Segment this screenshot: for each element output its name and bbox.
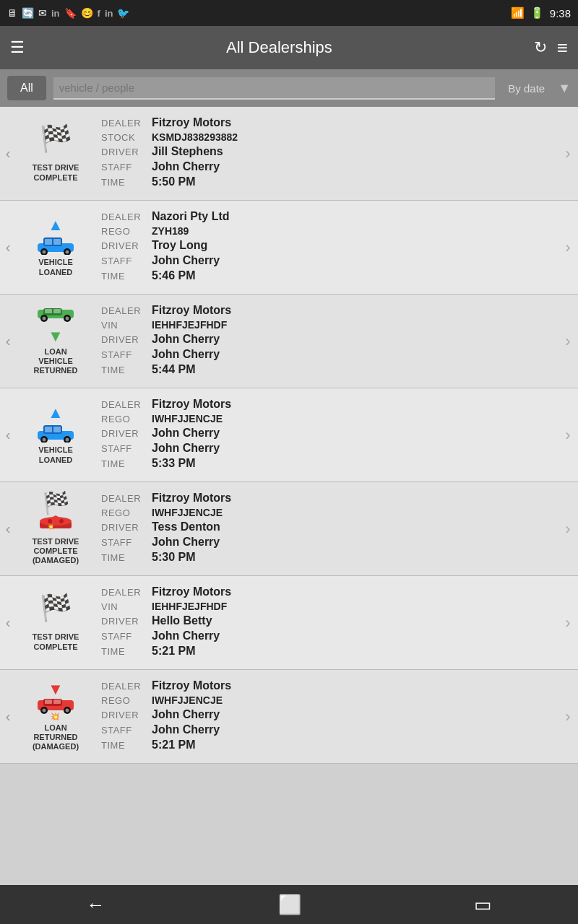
svg-point-3: [43, 250, 46, 254]
time-value: 5:50 PM: [152, 175, 195, 188]
dealer-label: DEALER: [101, 305, 152, 316]
driver-value: Jill Stephens: [152, 145, 223, 158]
driver-row: DRIVER John Cherry: [101, 333, 552, 346]
right-chevron-icon[interactable]: ›: [558, 144, 578, 163]
list-item[interactable]: ‹ ▼ 💥 LOANRETURNED(DAMAGED) DEALER: [0, 670, 578, 764]
field1-value: KSMDJ838293882: [152, 131, 238, 143]
back-button[interactable]: ←: [87, 894, 105, 916]
activity-icon: ▼: [35, 307, 77, 344]
driver-value: John Cherry: [152, 427, 220, 440]
left-chevron-icon: ‹: [0, 333, 16, 349]
left-chevron-icon: ‹: [0, 520, 16, 537]
page-title: All Dealerships: [226, 38, 332, 57]
left-chevron-icon: ‹: [0, 239, 16, 256]
activity-icon: 🏁 💥: [33, 492, 78, 534]
time-value: 5:46 PM: [152, 269, 195, 282]
right-chevron-icon[interactable]: ›: [558, 614, 578, 632]
svg-text:💥: 💥: [47, 523, 54, 530]
time-label: TIME: [101, 740, 152, 751]
time-label: TIME: [101, 177, 152, 188]
driver-label: DRIVER: [101, 616, 152, 627]
field1-row: REGO ZYH189: [101, 225, 552, 237]
activity-list: ‹ 🏁 TEST DRIVECOMPLETE DEALER Fitzroy Mo…: [0, 107, 578, 885]
field1-label: REGO: [101, 414, 152, 424]
time-label: TIME: [101, 458, 152, 469]
driver-value: Hello Betty: [152, 614, 212, 627]
field1-value: IEHHFJEJFHDF: [152, 601, 227, 612]
right-chevron-icon[interactable]: ›: [558, 238, 578, 257]
right-chevron-icon[interactable]: ›: [558, 707, 578, 726]
recents-button[interactable]: ▭: [474, 894, 492, 916]
driver-label: DRIVER: [101, 147, 152, 157]
time-row: TIME 5:50 PM: [101, 175, 552, 188]
staff-value: John Cherry: [152, 536, 220, 549]
dealer-label: DEALER: [101, 493, 152, 504]
svg-point-33: [43, 708, 46, 712]
item-details: DEALER Fitzroy Motors STOCK KSMDJ8382938…: [95, 108, 558, 199]
field1-row: REGO IWHFJJENCJE: [101, 694, 552, 706]
time-value: 5:21 PM: [152, 738, 195, 751]
list-item[interactable]: ‹ ▲ VEHICLELOANED DEALER Nazori Pty Ltd: [0, 201, 578, 295]
time-display: 9:38: [550, 7, 571, 19]
svg-rect-14: [45, 309, 52, 313]
list-item[interactable]: ‹ 🏁 TEST DRIVECOMPLETE DEALER Fitzroy Mo…: [0, 107, 578, 201]
dealer-row: DEALER Fitzroy Motors: [101, 304, 552, 317]
svg-rect-15: [53, 309, 61, 313]
list-item[interactable]: ‹ ▲ VEHICLELOANED DEALER Fitzroy Motors: [0, 388, 578, 482]
right-chevron-icon[interactable]: ›: [558, 520, 578, 539]
time-value: 5:33 PM: [152, 457, 195, 470]
dealer-row: DEALER Fitzroy Motors: [101, 116, 552, 129]
time-row: TIME 5:30 PM: [101, 551, 552, 564]
dealer-value: Fitzroy Motors: [152, 304, 231, 317]
home-button[interactable]: ⬜: [278, 894, 301, 916]
time-row: TIME 5:33 PM: [101, 457, 552, 470]
staff-label: STAFF: [101, 725, 152, 736]
item-details: DEALER Fitzroy Motors REGO IWHFJJENCJE D…: [95, 483, 558, 575]
field1-value: ZYH189: [152, 225, 189, 237]
dealer-value: Fitzroy Motors: [152, 585, 231, 598]
dealer-label: DEALER: [101, 212, 152, 222]
time-label: TIME: [101, 365, 152, 375]
staff-value: John Cherry: [152, 160, 220, 173]
time-row: TIME 5:44 PM: [101, 363, 552, 376]
field1-row: VIN IEHHFJEJFHDF: [101, 601, 552, 612]
list-item[interactable]: ‹ ▼ LOANVEHICLERETURNED DEALER Fitzroy M…: [0, 295, 578, 388]
search-input[interactable]: [53, 77, 496, 100]
nav-right: ↻ ≡: [534, 38, 568, 57]
activity-label: LOANRETURNED(DAMAGED): [33, 723, 79, 752]
sort-icon[interactable]: ▼: [558, 81, 571, 96]
list-item[interactable]: ‹ 🏁 TEST DRIVECOMPLETE DEALER Fitzroy Mo…: [0, 576, 578, 670]
list-view-button[interactable]: ≡: [557, 38, 568, 57]
menu-button[interactable]: ☰: [10, 40, 25, 56]
activity-icon: ▲: [35, 405, 77, 443]
field1-label: VIN: [101, 601, 152, 612]
activity-icon: ▲: [35, 217, 77, 255]
time-row: TIME 5:21 PM: [101, 645, 552, 658]
right-chevron-icon[interactable]: ›: [558, 426, 578, 445]
staff-row: STAFF John Cherry: [101, 723, 552, 736]
item-icon-area: ▼ LOANVEHICLERETURNED: [16, 300, 95, 383]
refresh-button[interactable]: ↻: [534, 40, 547, 56]
right-chevron-icon[interactable]: ›: [558, 332, 578, 351]
face-icon: 😊: [81, 7, 93, 19]
list-item[interactable]: ‹ 🏁 💥 TEST DRIVECOMPLETE(DAMAGED) DEALER…: [0, 482, 578, 576]
dealer-row: DEALER Fitzroy Motors: [101, 398, 552, 411]
driver-row: DRIVER Tess Denton: [101, 520, 552, 533]
time-value: 5:30 PM: [152, 551, 195, 564]
left-chevron-icon: ‹: [0, 614, 16, 631]
bottom-nav: ← ⬜ ▭: [0, 885, 578, 924]
staff-row: STAFF John Cherry: [101, 160, 552, 173]
dealer-label: DEALER: [101, 118, 152, 128]
status-bar: 🖥 🔄 ✉ in 🔖 😊 f in 🐦 📶 🔋 9:38: [0, 0, 578, 26]
dealer-label: DEALER: [101, 681, 152, 692]
item-details: DEALER Fitzroy Motors VIN IEHHFJEJFHDF D…: [95, 295, 558, 387]
staff-value: John Cherry: [152, 442, 220, 455]
activity-icon: ▼ 💥: [35, 681, 77, 720]
filter-all-button[interactable]: All: [7, 76, 46, 100]
dealer-value: Fitzroy Motors: [152, 492, 231, 505]
staff-row: STAFF John Cherry: [101, 348, 552, 361]
svg-rect-36: [45, 699, 52, 704]
item-icon-area: ▲ VEHICLELOANED: [16, 210, 95, 284]
dealer-label: DEALER: [101, 399, 152, 410]
dealer-row: DEALER Fitzroy Motors: [101, 585, 552, 598]
